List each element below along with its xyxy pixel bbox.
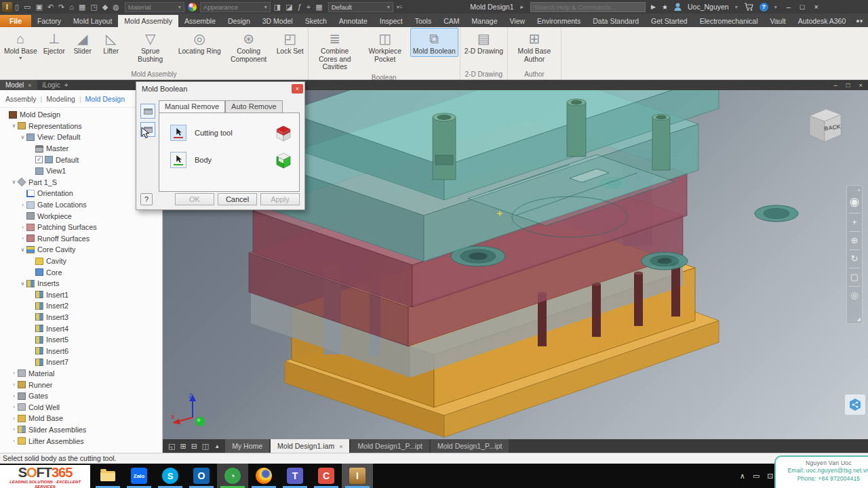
ribbon-button-lifter[interactable]: ◺Lifter <box>97 28 125 57</box>
restore-button[interactable]: □ <box>800 3 805 11</box>
ribbon-tab-cam[interactable]: CAM <box>437 15 465 27</box>
ribbon-tab-factory[interactable]: Factory <box>31 15 67 27</box>
collapse-icon[interactable]: ∨ <box>10 179 18 185</box>
adjust2-icon[interactable]: ◪ <box>285 3 292 12</box>
collapse-icon[interactable]: ∨ <box>19 134 26 140</box>
dialog-help-button[interactable]: ? <box>140 193 153 205</box>
doc-tab-mold-design1-p-ipt[interactable]: Mold Design1_P...ipt <box>431 439 509 453</box>
doc-tab-mold-design1-iam[interactable]: Mold Design1.iam× <box>271 439 349 453</box>
navbar-close-icon[interactable]: × <box>857 187 861 193</box>
tree-item-gates[interactable]: ›Gates <box>0 390 162 402</box>
tree-item-core-cavity[interactable]: ∨Core Cavity <box>0 244 162 256</box>
tree-item-patching-surfaces[interactable]: ›Patching Surfaces <box>0 222 162 233</box>
visibility-checkbox[interactable]: ✓ <box>35 156 43 163</box>
battery-icon[interactable]: ▭ <box>753 472 760 481</box>
display-icon[interactable]: ⊡ <box>767 472 773 481</box>
tree-item-runoff-surfaces[interactable]: ›Runoff Surfaces <box>0 233 162 245</box>
taskbar-outlook[interactable]: O <box>186 464 217 488</box>
expand-icon[interactable]: › <box>10 426 18 432</box>
expand-icon[interactable]: › <box>10 404 18 410</box>
view-preset-dropdown[interactable]: Default▾ <box>328 2 393 12</box>
box-icon[interactable]: ▦ <box>315 3 322 12</box>
ribbon-tab-inspect[interactable]: Inspect <box>374 15 409 27</box>
ribbon-button-2-d-drawing[interactable]: ▤2-D Drawing <box>462 28 506 57</box>
ribbon-tab-annotate[interactable]: Annotate <box>333 15 374 27</box>
expand-icon[interactable]: › <box>10 438 18 444</box>
tree-item-insert5[interactable]: Insert5 <box>0 334 162 346</box>
view-cube[interactable]: BACK <box>803 104 846 147</box>
tree-item-cold-well[interactable]: ›Cold Well <box>0 401 162 413</box>
ribbon-tab-mold-assembly[interactable]: Mold Assembly <box>118 15 178 27</box>
ribbon-button-locating-ring[interactable]: ◎Locating Ring <box>176 28 224 57</box>
minimize-button[interactable]: – <box>787 3 791 11</box>
taskbar-c-app[interactable]: C <box>311 464 342 488</box>
ribbon-button-mold-base[interactable]: ⌂Mold Base▾ <box>1 28 40 62</box>
tree-item-inserts[interactable]: ∨Inserts <box>0 278 162 289</box>
render-icon[interactable]: ▦ <box>79 3 85 12</box>
pan-icon[interactable]: + <box>852 216 857 229</box>
doc-minimize-button[interactable]: – <box>833 81 837 89</box>
ribbon-tab-vault[interactable]: Vault <box>764 15 792 27</box>
ribbon-button-mold-base-author[interactable]: ⊞Mold Base Author <box>509 28 559 64</box>
dialog-title-bar[interactable]: Mold Boolean × <box>136 82 304 95</box>
ribbon-tab-environments[interactable]: Environments <box>531 15 587 27</box>
expand-icon[interactable]: › <box>19 202 26 208</box>
tree-item-insert1[interactable]: Insert1 <box>0 289 162 301</box>
cancel-button[interactable]: Cancel <box>218 193 257 205</box>
ribbon-button-mold-boolean[interactable]: ⧉Mold Boolean <box>410 28 458 57</box>
username[interactable]: Uoc_Nguyen <box>688 3 729 11</box>
expand-icon[interactable]: › <box>10 393 18 399</box>
ribbon-button-sprue-bushing[interactable]: ▽Sprue Bushing <box>125 28 176 64</box>
close-button[interactable]: × <box>814 3 818 11</box>
ribbon-tab-design[interactable]: Design <box>222 15 256 27</box>
collapse-icon[interactable]: ∨ <box>10 123 18 129</box>
ribbon-tab-data-standard[interactable]: Data Standard <box>587 15 645 27</box>
material-color-sphere-icon[interactable] <box>188 3 197 12</box>
save-icon[interactable]: ▣ <box>35 3 42 12</box>
web-icon[interactable]: ◍ <box>113 3 119 12</box>
plus-icon[interactable]: + <box>307 3 311 11</box>
ribbon-tab-get-started[interactable]: Get Started <box>645 15 694 27</box>
ribbon-tab-3d-model[interactable]: 3D Model <box>256 15 299 27</box>
cutting-tool-pick-button[interactable] <box>170 125 186 141</box>
tree-item-cavity[interactable]: Cavity <box>0 256 162 267</box>
ribbon-button-workpiece-pocket[interactable]: ◫Workpiece Pocket <box>360 28 410 64</box>
tile-windows-icon[interactable]: ⊞ <box>180 442 186 451</box>
ribbon-button-slider[interactable]: ◢Slider <box>68 28 97 57</box>
new-file-icon[interactable]: ▯ <box>15 3 19 12</box>
tray-expand-icon[interactable]: ∧ <box>740 472 745 481</box>
ribbon-tab-electromechanical[interactable]: Electromechanical <box>694 15 764 27</box>
doc-restore-button[interactable]: □ <box>846 81 850 89</box>
collapse-ribbon-icon[interactable]: ▲ <box>214 443 220 449</box>
body-pick-button[interactable] <box>170 152 186 168</box>
home-icon[interactable]: ⌂ <box>69 3 74 11</box>
tile-vertical-icon[interactable]: ◫ <box>202 442 209 451</box>
ribbon-tab-autodesk-a360[interactable]: Autodesk A360 <box>792 15 852 27</box>
expand-icon[interactable]: › <box>10 415 18 422</box>
doc-tab-mold-design1-p-ipt[interactable]: Mold Design1_P...ipt <box>351 439 429 453</box>
taskbar-coccoc[interactable]: ◔ <box>217 464 248 488</box>
collaboration-button[interactable] <box>845 394 865 415</box>
tab-auto-remove[interactable]: Auto Remove <box>225 100 283 113</box>
tree-item-insert4[interactable]: Insert4 <box>0 323 162 334</box>
store-cart-icon[interactable] <box>744 3 753 11</box>
ribbon-button-cooling-component[interactable]: ⊛Cooling Component <box>224 28 274 64</box>
redo-icon[interactable]: ↷ <box>58 3 64 12</box>
tree-item-lifter-assemblies[interactable]: ›Lifter Assemblies <box>0 435 162 447</box>
favorites-star-icon[interactable]: ★ <box>662 3 668 11</box>
doc-close-button[interactable]: × <box>859 81 863 89</box>
taskbar-file-explorer[interactable] <box>92 464 123 488</box>
tree-item-insert3[interactable]: Insert3 <box>0 312 162 323</box>
drawing-icon[interactable]: ◳ <box>90 3 97 12</box>
undo-icon[interactable]: ↶ <box>47 3 54 12</box>
expand-icon[interactable]: › <box>10 370 18 376</box>
taskbar-zalo[interactable]: Zalo <box>123 464 155 488</box>
full-navigation-wheel-icon[interactable]: ◉ <box>850 193 860 211</box>
tile-horizontal-icon[interactable]: ⊟ <box>191 442 197 451</box>
browser-filter-mold-design[interactable]: Mold Design <box>85 95 125 103</box>
tree-item-material[interactable]: ›Material <box>0 368 162 380</box>
camera-view-icon[interactable]: ◎ <box>850 289 858 302</box>
expand-icon[interactable]: › <box>19 224 26 230</box>
zoom-icon[interactable]: ⊕ <box>851 234 859 247</box>
taskbar-inventor[interactable]: I <box>342 464 373 488</box>
